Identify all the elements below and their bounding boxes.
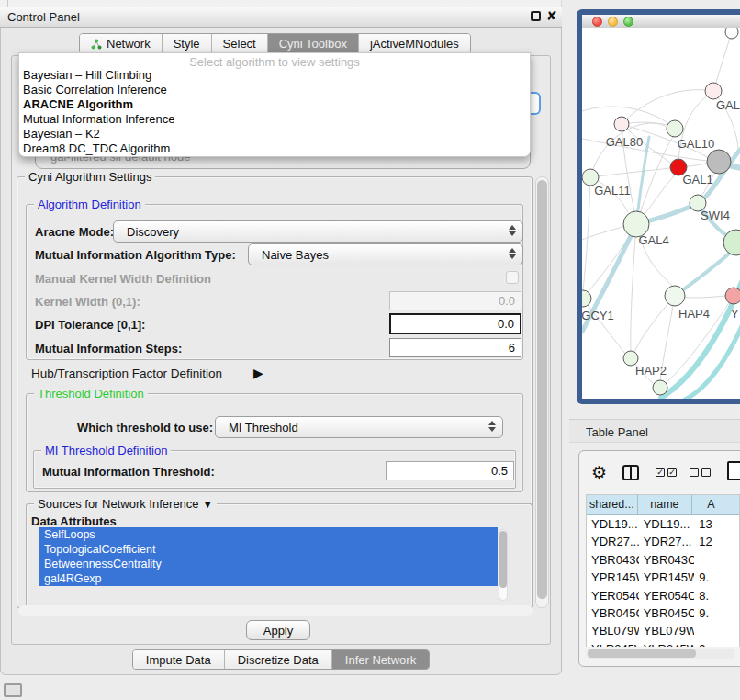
hub-section-label[interactable]: Hub/Transcription Factor Definition bbox=[31, 367, 222, 380]
kernel-width-field[interactable]: 0.0 bbox=[389, 291, 521, 310]
tab-select[interactable]: Select bbox=[212, 34, 268, 53]
attribute-betweennesscentrality[interactable]: BetweennessCentrality bbox=[39, 557, 498, 571]
network-edge[interactable] bbox=[583, 224, 636, 299]
dpi-tolerance-field[interactable]: 0.0 bbox=[389, 313, 521, 334]
minimized-panel-icon[interactable] bbox=[4, 683, 22, 697]
network-node-label: GAL80 bbox=[606, 135, 643, 149]
tab-impute-data[interactable]: Impute Data bbox=[133, 650, 225, 669]
algorithm-dropdown-prompt: Select algorithm to view settings bbox=[19, 53, 530, 68]
network-node-GCY1[interactable] bbox=[582, 290, 591, 307]
zoom-traffic-light-icon[interactable] bbox=[623, 17, 633, 27]
columns-icon[interactable] bbox=[622, 465, 639, 480]
bottom-tabs: Impute Data Discretize Data Infer Networ… bbox=[0, 649, 562, 670]
network-edge[interactable] bbox=[590, 123, 667, 177]
network-node-node-pink-top[interactable] bbox=[705, 83, 722, 99]
attribute-selfloops[interactable]: SelfLoops bbox=[39, 527, 498, 542]
algorithm-option-aracne[interactable]: ARACNE Algorithm bbox=[19, 97, 530, 112]
algorithm-option-mutual-information[interactable]: Mutual Information Inference bbox=[19, 112, 530, 127]
settings-horizontal-scrollbar[interactable] bbox=[18, 605, 533, 616]
network-node-HAP4[interactable] bbox=[665, 286, 685, 306]
network-node-label: HAP2 bbox=[635, 364, 667, 378]
table-row[interactable]: YDR27... YDR27... 12 bbox=[587, 533, 739, 550]
tab-infer-network[interactable]: Infer Network bbox=[332, 650, 429, 669]
network-canvas[interactable]: GALGAL80GAL10GAL1GAL11SWI4GAL4GCY1HAP4YH… bbox=[582, 28, 740, 399]
apply-button[interactable]: Apply bbox=[246, 620, 310, 640]
table-horizontal-scroll-thumb[interactable] bbox=[588, 649, 696, 658]
dpi-tolerance-label: DPI Tolerance [0,1]: bbox=[35, 318, 145, 332]
algorithm-option-dream8[interactable]: Dream8 DC_TDC Algorithm bbox=[19, 141, 530, 156]
column-header-partial[interactable]: A bbox=[692, 495, 739, 514]
mi-threshold-label: Mutual Information Threshold: bbox=[42, 465, 215, 479]
network-edge[interactable] bbox=[583, 299, 625, 354]
tab-style[interactable]: Style bbox=[163, 34, 212, 53]
network-node-node-salmon[interactable] bbox=[725, 288, 740, 304]
network-edge[interactable] bbox=[713, 32, 732, 91]
network-node-label: GAL10 bbox=[678, 137, 714, 151]
close-traffic-light-icon[interactable] bbox=[592, 17, 602, 27]
column-header-name[interactable]: name bbox=[638, 495, 693, 514]
algorithm-definition-title: Algorithm Definition bbox=[34, 198, 145, 211]
tab-discretize-data[interactable]: Discretize Data bbox=[225, 650, 332, 669]
mi-steps-field[interactable]: 6 bbox=[389, 338, 521, 357]
data-attributes-list: SelfLoops TopologicalCoefficient Between… bbox=[39, 527, 498, 586]
close-icon[interactable]: ✘ bbox=[546, 8, 557, 23]
table-body: YDL19... YDL19... 13 YDR27... YDR27... 1… bbox=[587, 515, 739, 647]
network-edge[interactable] bbox=[622, 90, 713, 124]
network-edge[interactable] bbox=[631, 224, 636, 351]
which-threshold-value: MI Threshold bbox=[229, 421, 298, 435]
network-edge[interactable] bbox=[583, 177, 590, 290]
table-row[interactable]: YBR043C YBR043C bbox=[587, 551, 739, 569]
network-node-label: GAL4 bbox=[638, 233, 668, 247]
kernel-width-label: Kernel Width (0,1): bbox=[35, 295, 140, 309]
table-row[interactable]: YDL19... YDL19... 13 bbox=[587, 515, 739, 533]
tab-jactivemnodules[interactable]: jActiveMNodules bbox=[359, 34, 470, 53]
algorithm-option-bayesian-hill-climbing[interactable]: Bayesian – Hill Climbing bbox=[19, 68, 530, 83]
network-node-GAL80[interactable] bbox=[614, 117, 629, 131]
window-chrome-strip bbox=[0, 0, 562, 7]
expand-right-icon[interactable]: ▶ bbox=[253, 366, 263, 380]
network-node-node-gray[interactable] bbox=[707, 150, 731, 174]
table-row[interactable]: YBL079W YBL079W bbox=[587, 622, 739, 639]
network-view-titlebar[interactable] bbox=[582, 15, 740, 28]
settings-vertical-scroll-thumb[interactable] bbox=[537, 180, 547, 599]
column-header-shared-name[interactable]: shared... bbox=[587, 495, 638, 514]
tab-cyni-toolbox[interactable]: Cyni Toolbox bbox=[268, 34, 359, 53]
tab-network-label: Network bbox=[107, 37, 151, 51]
screen: Control Panel ✘ Network Style Select Cyn… bbox=[0, 0, 740, 700]
minimize-traffic-light-icon[interactable] bbox=[608, 17, 618, 27]
network-node-node-bottom[interactable] bbox=[653, 380, 667, 395]
network-node-label: HAP4 bbox=[678, 307, 710, 321]
tab-network[interactable]: Network bbox=[80, 34, 163, 53]
table-row[interactable]: YER054C YER054C 8. bbox=[587, 587, 739, 604]
float-window-icon[interactable] bbox=[531, 11, 541, 21]
node-attribute-table: shared... name A YDL19... YDL19... 13 YD… bbox=[586, 494, 740, 647]
table-panel-title: Table Panel bbox=[586, 425, 648, 439]
select-all-checkboxes-icon[interactable]: ✓✓ bbox=[656, 468, 677, 477]
network-node-label: GAL bbox=[716, 98, 740, 112]
aracne-mode-combobox[interactable]: Discovery bbox=[113, 220, 523, 243]
network-node-GAL10[interactable] bbox=[667, 120, 683, 137]
table-row[interactable]: YLR345W YLR345W 9. bbox=[587, 640, 739, 647]
network-node-node-top-right[interactable] bbox=[725, 28, 738, 39]
which-threshold-combobox[interactable]: MI Threshold bbox=[215, 416, 503, 438]
network-edge[interactable] bbox=[675, 247, 736, 296]
mi-threshold-field[interactable]: 0.5 bbox=[386, 461, 514, 480]
network-edge[interactable] bbox=[590, 168, 670, 177]
manual-kernel-width-checkbox[interactable] bbox=[506, 271, 519, 284]
algorithm-option-bayesian-k2[interactable]: Bayesian – K2 bbox=[19, 127, 530, 141]
network-node-label: GAL11 bbox=[594, 184, 631, 198]
gear-icon[interactable]: ⚙ bbox=[591, 462, 607, 483]
attribute-list-scroll-thumb[interactable] bbox=[499, 531, 507, 588]
document-icon[interactable] bbox=[727, 461, 740, 480]
deselect-all-checkboxes-icon[interactable] bbox=[690, 468, 711, 477]
collapse-down-icon[interactable]: ▼ bbox=[202, 498, 213, 511]
cyni-algorithm-settings-title: Cyni Algorithm Settings bbox=[25, 170, 155, 184]
mi-algorithm-type-label: Mutual Information Algorithm Type: bbox=[35, 248, 236, 262]
mi-algorithm-type-combobox[interactable]: Naive Bayes bbox=[248, 243, 523, 265]
attribute-topologicalcoefficient[interactable]: TopologicalCoefficient bbox=[39, 542, 498, 557]
network-node-label: GAL1 bbox=[682, 173, 712, 186]
attribute-gal4rgexp[interactable]: gal4RGexp bbox=[39, 571, 498, 586]
table-row[interactable]: YBR045C YBR045C 9. bbox=[587, 604, 739, 622]
algorithm-option-basic-correlation[interactable]: Basic Correlation Inference bbox=[19, 83, 530, 97]
table-row[interactable]: YPR145W YPR145W 9. bbox=[587, 569, 739, 586]
